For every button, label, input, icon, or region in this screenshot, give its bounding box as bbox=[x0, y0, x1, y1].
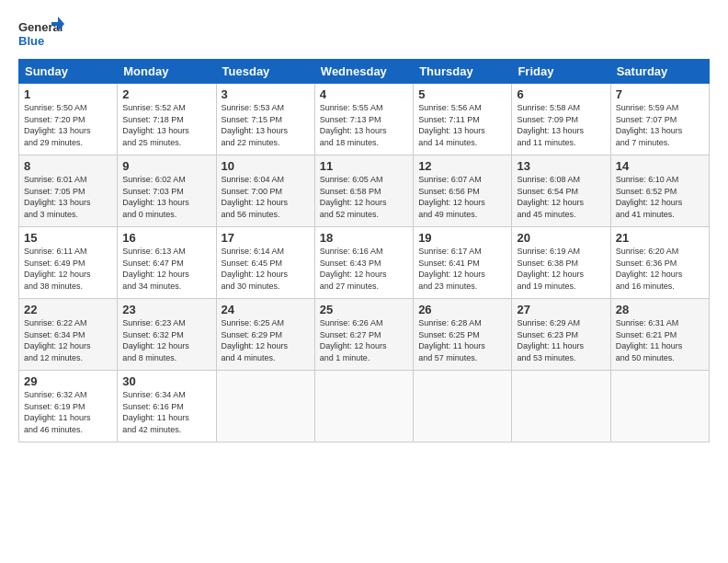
day-info: Sunrise: 5:53 AM Sunset: 7:15 PM Dayligh… bbox=[222, 102, 310, 148]
day-info: Sunrise: 6:19 AM Sunset: 6:38 PM Dayligh… bbox=[517, 246, 605, 292]
day-number: 20 bbox=[517, 231, 605, 245]
day-number: 21 bbox=[616, 231, 704, 245]
day-number: 29 bbox=[24, 374, 112, 388]
day-number: 27 bbox=[517, 303, 605, 316]
calendar-cell: 23Sunrise: 6:23 AM Sunset: 6:32 PM Dayli… bbox=[118, 299, 216, 371]
day-number: 6 bbox=[517, 87, 605, 101]
calendar-cell: 20Sunrise: 6:19 AM Sunset: 6:38 PM Dayli… bbox=[512, 227, 610, 299]
calendar-cell: 30Sunrise: 6:34 AM Sunset: 6:16 PM Dayli… bbox=[118, 371, 216, 442]
weekday-header-sunday: Sunday bbox=[19, 60, 118, 84]
calendar-week-3: 15Sunrise: 6:11 AM Sunset: 6:49 PM Dayli… bbox=[19, 227, 710, 299]
calendar-cell: 8Sunrise: 6:01 AM Sunset: 7:05 PM Daylig… bbox=[19, 155, 118, 227]
day-number: 9 bbox=[122, 159, 210, 173]
calendar-page: General Blue SundayMondayTuesdayWednesda… bbox=[0, 0, 728, 452]
day-info: Sunrise: 6:29 AM Sunset: 6:23 PM Dayligh… bbox=[517, 317, 605, 363]
calendar-cell: 25Sunrise: 6:26 AM Sunset: 6:27 PM Dayli… bbox=[314, 299, 413, 371]
calendar-cell bbox=[314, 371, 413, 442]
calendar-cell: 9Sunrise: 6:02 AM Sunset: 7:03 PM Daylig… bbox=[118, 155, 216, 227]
calendar-cell: 26Sunrise: 6:28 AM Sunset: 6:25 PM Dayli… bbox=[414, 299, 512, 371]
day-number: 24 bbox=[222, 303, 310, 316]
calendar-cell: 29Sunrise: 6:32 AM Sunset: 6:19 PM Dayli… bbox=[19, 371, 118, 442]
calendar-cell: 6Sunrise: 5:58 AM Sunset: 7:09 PM Daylig… bbox=[512, 84, 610, 155]
calendar-table: SundayMondayTuesdayWednesdayThursdayFrid… bbox=[18, 59, 710, 442]
day-info: Sunrise: 6:16 AM Sunset: 6:43 PM Dayligh… bbox=[320, 246, 408, 292]
calendar-cell: 17Sunrise: 6:14 AM Sunset: 6:45 PM Dayli… bbox=[216, 227, 314, 299]
weekday-header-thursday: Thursday bbox=[414, 60, 512, 84]
calendar-cell bbox=[512, 371, 610, 442]
day-number: 23 bbox=[122, 303, 210, 316]
day-info: Sunrise: 6:20 AM Sunset: 6:36 PM Dayligh… bbox=[616, 246, 704, 292]
day-info: Sunrise: 6:13 AM Sunset: 6:47 PM Dayligh… bbox=[122, 246, 210, 292]
day-info: Sunrise: 6:32 AM Sunset: 6:19 PM Dayligh… bbox=[24, 389, 112, 435]
day-info: Sunrise: 6:07 AM Sunset: 6:56 PM Dayligh… bbox=[418, 174, 506, 220]
calendar-cell: 22Sunrise: 6:22 AM Sunset: 6:34 PM Dayli… bbox=[19, 299, 118, 371]
day-info: Sunrise: 6:22 AM Sunset: 6:34 PM Dayligh… bbox=[24, 317, 112, 363]
day-number: 5 bbox=[418, 87, 506, 101]
day-info: Sunrise: 6:08 AM Sunset: 6:54 PM Dayligh… bbox=[517, 174, 605, 220]
day-info: Sunrise: 6:02 AM Sunset: 7:03 PM Dayligh… bbox=[122, 174, 210, 220]
day-info: Sunrise: 6:01 AM Sunset: 7:05 PM Dayligh… bbox=[24, 174, 112, 220]
day-info: Sunrise: 5:55 AM Sunset: 7:13 PM Dayligh… bbox=[320, 102, 408, 148]
calendar-header-row: SundayMondayTuesdayWednesdayThursdayFrid… bbox=[19, 60, 710, 84]
day-info: Sunrise: 5:50 AM Sunset: 7:20 PM Dayligh… bbox=[24, 102, 112, 148]
weekday-header-monday: Monday bbox=[118, 60, 216, 84]
calendar-cell: 3Sunrise: 5:53 AM Sunset: 7:15 PM Daylig… bbox=[216, 84, 314, 155]
day-number: 8 bbox=[24, 159, 112, 173]
day-info: Sunrise: 6:28 AM Sunset: 6:25 PM Dayligh… bbox=[418, 317, 506, 363]
logo-icon: General Blue bbox=[18, 15, 64, 52]
calendar-cell: 2Sunrise: 5:52 AM Sunset: 7:18 PM Daylig… bbox=[118, 84, 216, 155]
day-number: 4 bbox=[320, 87, 408, 101]
weekday-header-tuesday: Tuesday bbox=[216, 60, 314, 84]
day-number: 13 bbox=[517, 159, 605, 173]
weekday-header-wednesday: Wednesday bbox=[314, 60, 413, 84]
calendar-cell: 1Sunrise: 5:50 AM Sunset: 7:20 PM Daylig… bbox=[19, 84, 118, 155]
svg-text:Blue: Blue bbox=[18, 34, 44, 48]
day-number: 18 bbox=[320, 231, 408, 245]
calendar-body: 1Sunrise: 5:50 AM Sunset: 7:20 PM Daylig… bbox=[19, 84, 710, 442]
calendar-cell: 13Sunrise: 6:08 AM Sunset: 6:54 PM Dayli… bbox=[512, 155, 610, 227]
day-info: Sunrise: 6:14 AM Sunset: 6:45 PM Dayligh… bbox=[222, 246, 310, 292]
day-number: 2 bbox=[122, 87, 210, 101]
day-info: Sunrise: 5:52 AM Sunset: 7:18 PM Dayligh… bbox=[122, 102, 210, 148]
calendar-cell bbox=[216, 371, 314, 442]
calendar-cell: 16Sunrise: 6:13 AM Sunset: 6:47 PM Dayli… bbox=[118, 227, 216, 299]
day-info: Sunrise: 6:10 AM Sunset: 6:52 PM Dayligh… bbox=[616, 174, 704, 220]
header: General Blue bbox=[18, 15, 710, 52]
calendar-cell: 5Sunrise: 5:56 AM Sunset: 7:11 PM Daylig… bbox=[414, 84, 512, 155]
day-number: 19 bbox=[418, 231, 506, 245]
calendar-cell: 18Sunrise: 6:16 AM Sunset: 6:43 PM Dayli… bbox=[314, 227, 413, 299]
calendar-cell: 7Sunrise: 5:59 AM Sunset: 7:07 PM Daylig… bbox=[610, 84, 709, 155]
calendar-cell: 15Sunrise: 6:11 AM Sunset: 6:49 PM Dayli… bbox=[19, 227, 118, 299]
calendar-cell: 4Sunrise: 5:55 AM Sunset: 7:13 PM Daylig… bbox=[314, 84, 413, 155]
calendar-cell: 12Sunrise: 6:07 AM Sunset: 6:56 PM Dayli… bbox=[414, 155, 512, 227]
calendar-week-5: 29Sunrise: 6:32 AM Sunset: 6:19 PM Dayli… bbox=[19, 371, 710, 442]
calendar-cell: 24Sunrise: 6:25 AM Sunset: 6:29 PM Dayli… bbox=[216, 299, 314, 371]
day-info: Sunrise: 6:34 AM Sunset: 6:16 PM Dayligh… bbox=[122, 389, 210, 435]
day-number: 22 bbox=[24, 303, 112, 316]
calendar-cell: 28Sunrise: 6:31 AM Sunset: 6:21 PM Dayli… bbox=[610, 299, 709, 371]
calendar-week-2: 8Sunrise: 6:01 AM Sunset: 7:05 PM Daylig… bbox=[19, 155, 710, 227]
day-info: Sunrise: 6:31 AM Sunset: 6:21 PM Dayligh… bbox=[616, 317, 704, 363]
logo: General Blue bbox=[18, 15, 64, 52]
day-number: 11 bbox=[320, 159, 408, 173]
day-number: 26 bbox=[418, 303, 506, 316]
calendar-cell: 11Sunrise: 6:05 AM Sunset: 6:58 PM Dayli… bbox=[314, 155, 413, 227]
day-number: 16 bbox=[122, 231, 210, 245]
weekday-header-saturday: Saturday bbox=[610, 60, 709, 84]
calendar-cell bbox=[414, 371, 512, 442]
day-number: 28 bbox=[616, 303, 704, 316]
day-number: 30 bbox=[122, 374, 210, 388]
calendar-week-4: 22Sunrise: 6:22 AM Sunset: 6:34 PM Dayli… bbox=[19, 299, 710, 371]
calendar-week-1: 1Sunrise: 5:50 AM Sunset: 7:20 PM Daylig… bbox=[19, 84, 710, 155]
day-info: Sunrise: 6:17 AM Sunset: 6:41 PM Dayligh… bbox=[418, 246, 506, 292]
day-number: 17 bbox=[222, 231, 310, 245]
calendar-cell: 21Sunrise: 6:20 AM Sunset: 6:36 PM Dayli… bbox=[610, 227, 709, 299]
day-info: Sunrise: 6:25 AM Sunset: 6:29 PM Dayligh… bbox=[222, 317, 310, 363]
day-info: Sunrise: 5:56 AM Sunset: 7:11 PM Dayligh… bbox=[418, 102, 506, 148]
day-number: 14 bbox=[616, 159, 704, 173]
day-info: Sunrise: 5:58 AM Sunset: 7:09 PM Dayligh… bbox=[517, 102, 605, 148]
day-info: Sunrise: 6:23 AM Sunset: 6:32 PM Dayligh… bbox=[122, 317, 210, 363]
day-info: Sunrise: 6:04 AM Sunset: 7:00 PM Dayligh… bbox=[222, 174, 310, 220]
calendar-cell: 10Sunrise: 6:04 AM Sunset: 7:00 PM Dayli… bbox=[216, 155, 314, 227]
day-number: 25 bbox=[320, 303, 408, 316]
